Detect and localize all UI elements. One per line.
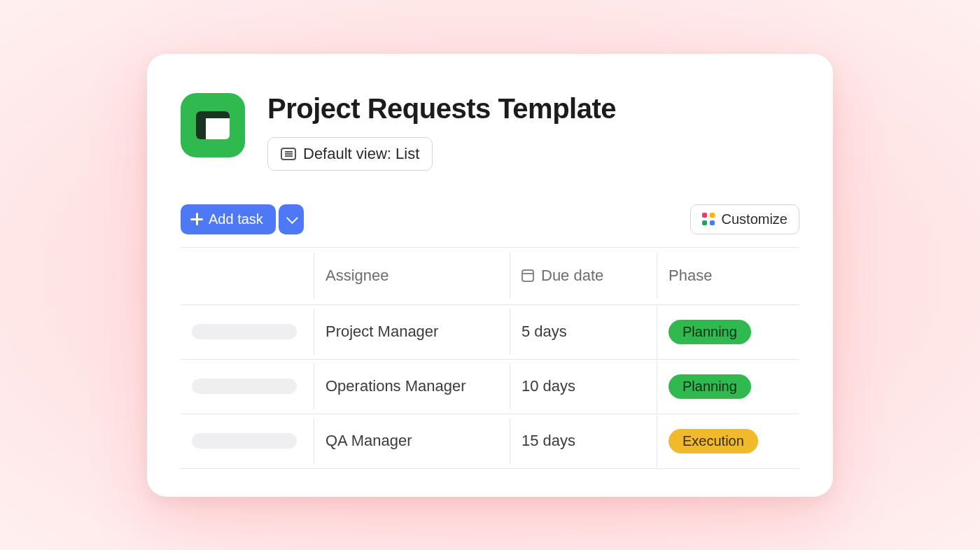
table-row[interactable]: Project Manager 5 days Planning — [181, 305, 799, 360]
phase-cell: Planning — [657, 360, 799, 413]
add-task-label: Add task — [209, 211, 263, 227]
task-name-placeholder — [192, 324, 297, 339]
task-name-cell — [181, 419, 314, 463]
col-due: Due date — [510, 253, 657, 299]
due-cell: 5 days — [510, 309, 657, 355]
customize-button[interactable]: Customize — [690, 204, 799, 234]
phase-badge: Planning — [668, 374, 751, 399]
plus-icon — [190, 213, 203, 225]
table-row[interactable]: Operations Manager 10 days Planning — [181, 360, 799, 414]
calendar-icon — [522, 269, 534, 282]
task-name-placeholder — [192, 379, 297, 394]
assignee-cell: Operations Manager — [314, 363, 510, 409]
list-icon — [281, 148, 296, 160]
toolbar: Add task Customize — [181, 204, 799, 234]
task-name-placeholder — [192, 433, 297, 449]
add-task-dropdown-button[interactable] — [279, 204, 304, 234]
col-due-label: Due date — [541, 267, 603, 284]
default-view-label: Default view: List — [303, 145, 419, 163]
col-phase: Phase — [657, 253, 799, 299]
header: Project Requests Template Default view: … — [181, 93, 799, 171]
chevron-down-icon — [286, 212, 298, 224]
add-task-group: Add task — [181, 204, 304, 234]
phase-cell: Execution — [657, 415, 799, 467]
due-cell: 15 days — [510, 418, 657, 464]
col-task — [181, 262, 314, 290]
default-view-chip[interactable]: Default view: List — [267, 137, 433, 171]
task-name-cell — [181, 365, 314, 408]
col-assignee: Assignee — [314, 253, 510, 299]
add-task-button[interactable]: Add task — [181, 204, 276, 234]
customize-icon — [702, 213, 715, 225]
customize-label: Customize — [722, 211, 788, 227]
assignee-cell: Project Manager — [314, 309, 510, 355]
due-cell: 10 days — [510, 363, 657, 409]
template-card: Project Requests Template Default view: … — [147, 54, 833, 497]
assignee-cell: QA Manager — [314, 418, 510, 464]
project-icon — [181, 93, 245, 157]
header-text: Project Requests Template Default view: … — [267, 93, 616, 171]
table-header-row: Assignee Due date Phase — [181, 248, 799, 305]
phase-badge: Planning — [668, 320, 751, 344]
phase-cell: Planning — [657, 306, 799, 358]
task-name-cell — [181, 310, 314, 353]
page-title: Project Requests Template — [267, 93, 616, 125]
phase-badge: Execution — [668, 429, 758, 453]
task-table: Assignee Due date Phase Project Manager … — [181, 247, 799, 469]
table-row[interactable]: QA Manager 15 days Execution — [181, 414, 799, 469]
